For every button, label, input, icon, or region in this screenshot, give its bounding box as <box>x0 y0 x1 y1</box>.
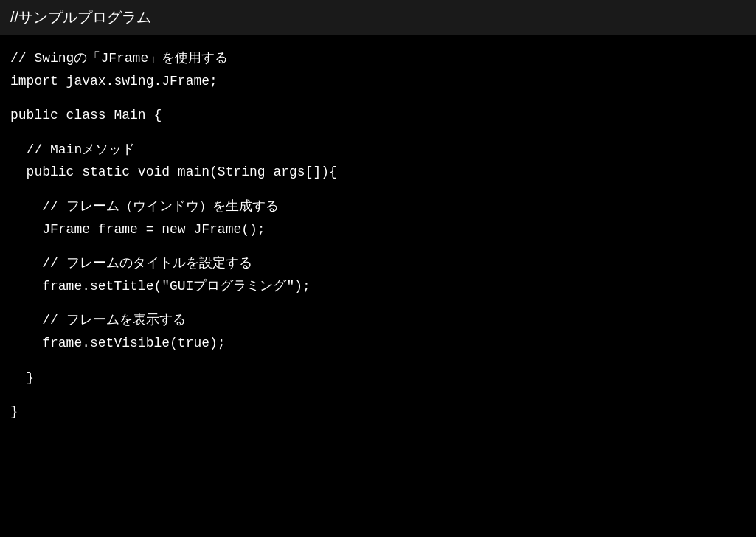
code-line: // フレームのタイトルを設定する <box>10 252 746 275</box>
code-line: public static void main(String args[]){ <box>10 161 746 184</box>
code-line: frame.setTitle("GUIプログラミング"); <box>10 275 746 298</box>
code-line: // フレームを表示する <box>10 309 746 332</box>
code-line: frame.setVisible(true); <box>10 332 746 355</box>
code-line <box>10 355 746 367</box>
code-line <box>10 127 746 139</box>
header-title: //サンプルプログラム <box>10 9 151 25</box>
code-line: // フレーム（ウインドウ）を生成する <box>10 195 746 218</box>
code-line <box>10 297 746 309</box>
code-line: // Swingの「JFrame」を使用する <box>10 47 746 70</box>
header: //サンプルプログラム <box>0 0 756 35</box>
code-line: public class Main { <box>10 104 746 127</box>
code-line <box>10 92 746 104</box>
code-line: JFrame frame = new JFrame(); <box>10 218 746 241</box>
code-area: // Swingの「JFrame」を使用するimport javax.swing… <box>0 35 756 435</box>
code-line: // Mainメソッド <box>10 139 746 162</box>
code-line: import javax.swing.JFrame; <box>10 70 746 93</box>
code-line <box>10 389 746 401</box>
code-line <box>10 240 746 252</box>
code-line: } <box>10 401 746 423</box>
code-line: } <box>10 367 746 389</box>
code-line <box>10 184 746 195</box>
